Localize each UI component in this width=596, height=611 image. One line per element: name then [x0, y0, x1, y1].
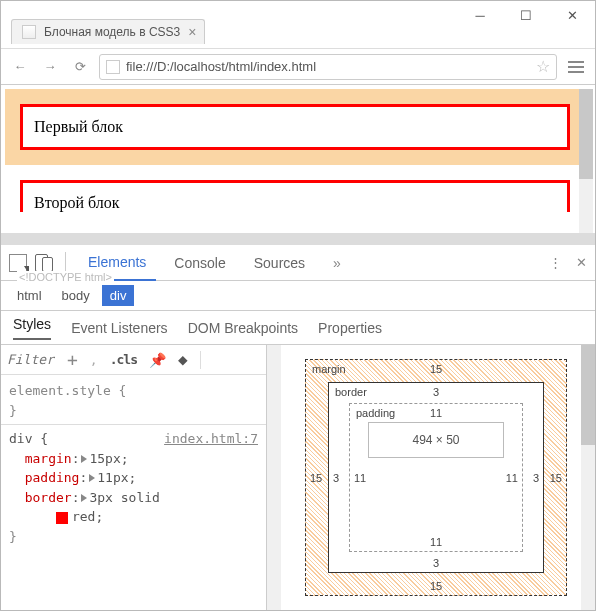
box-model-padding[interactable]: padding 11 11 11 11 494 × 50: [349, 403, 523, 552]
doctype-text: <!DOCTYPE html>: [17, 271, 114, 283]
tab-more-button[interactable]: »: [323, 245, 351, 281]
boxmodel-scrollbar[interactable]: [581, 345, 595, 610]
breadcrumb-div[interactable]: div: [102, 285, 135, 306]
expand-icon[interactable]: [89, 474, 95, 482]
styles-filter-bar: + , .cls 📌 ◆: [1, 345, 266, 375]
block-2[interactable]: Второй блок: [20, 180, 570, 212]
subtab-dom-breakpoints[interactable]: DOM Breakpoints: [188, 320, 298, 336]
window-titlebar: ─ ☐ ✕ Блочная модель в CSS3 ×: [1, 1, 595, 49]
color-swatch[interactable]: [56, 512, 68, 524]
prop-border[interactable]: border: [25, 490, 72, 505]
device-toggle-icon[interactable]: [35, 254, 53, 272]
minimize-button[interactable]: ─: [457, 1, 503, 29]
subtab-event-listeners[interactable]: Event Listeners: [71, 320, 168, 336]
add-rule-button[interactable]: +: [67, 349, 78, 370]
subtab-styles[interactable]: Styles: [13, 316, 51, 340]
maximize-button[interactable]: ☐: [503, 1, 549, 29]
forward-button[interactable]: →: [39, 56, 61, 78]
box-model-content[interactable]: 494 × 50: [368, 422, 504, 458]
pin-icon[interactable]: 📌: [149, 352, 166, 368]
breadcrumb-html[interactable]: html: [9, 285, 50, 306]
subtab-properties[interactable]: Properties: [318, 320, 382, 336]
bookmark-star-icon[interactable]: ☆: [536, 57, 550, 76]
styles-subtabs: Styles Event Listeners DOM Breakpoints P…: [1, 311, 595, 345]
file-icon: [106, 60, 120, 74]
styles-pane: + , .cls 📌 ◆ element.style { } div { ind…: [1, 345, 267, 610]
element-style-selector: element.style {: [9, 383, 126, 398]
box-model-margin[interactable]: margin 15 15 15 15 border 3 3 3 3 paddin…: [305, 359, 567, 596]
url-field[interactable]: file:///D:/localhost/html/index.html ☆: [99, 54, 557, 80]
rule-source-link[interactable]: index.html:7: [164, 429, 258, 449]
url-text: file:///D:/localhost/html/index.html: [126, 59, 530, 74]
menu-button[interactable]: [565, 61, 587, 73]
reload-button[interactable]: ⟳: [69, 56, 91, 78]
page-scrollbar-thumb[interactable]: [579, 89, 593, 179]
inspect-icon[interactable]: [9, 254, 27, 272]
expand-icon[interactable]: [81, 494, 87, 502]
close-window-button[interactable]: ✕: [549, 1, 595, 29]
devtools-close-button[interactable]: ✕: [576, 255, 587, 270]
address-bar: ← → ⟳ file:///D:/localhost/html/index.ht…: [1, 49, 595, 85]
prop-margin[interactable]: margin: [25, 451, 72, 466]
tab-close-button[interactable]: ×: [188, 27, 196, 37]
browser-tab[interactable]: Блочная модель в CSS3 ×: [11, 19, 205, 44]
css-rules[interactable]: element.style { } div { index.html:7 mar…: [1, 375, 266, 610]
tab-title: Блочная модель в CSS3: [44, 25, 180, 39]
cls-toggle[interactable]: .cls: [110, 352, 137, 367]
block-margin-highlight: Первый блок: [5, 89, 585, 165]
styles-scrollbar[interactable]: [267, 345, 281, 610]
page-viewport: Первый блок Второй блок: [1, 85, 595, 233]
breadcrumb-body[interactable]: body: [54, 285, 98, 306]
tab-console[interactable]: Console: [164, 245, 235, 281]
expand-icon[interactable]: [81, 455, 87, 463]
scrollbar-thumb[interactable]: [581, 345, 595, 445]
element-states-button[interactable]: ◆: [178, 350, 188, 369]
back-button[interactable]: ←: [9, 56, 31, 78]
rule-selector: div {: [9, 431, 48, 446]
styles-filter-input[interactable]: [7, 352, 55, 367]
devtools: Elements Console Sources » ⋮ ✕ <!DOCTYPE…: [1, 233, 595, 610]
prop-padding[interactable]: padding: [25, 470, 80, 485]
elements-breadcrumb: <!DOCTYPE html> html body div: [1, 281, 595, 311]
tab-sources[interactable]: Sources: [244, 245, 315, 281]
devtools-kebab-icon[interactable]: ⋮: [549, 255, 562, 270]
page-icon: [22, 25, 36, 39]
block-1[interactable]: Первый блок: [20, 104, 570, 150]
box-model-border[interactable]: border 3 3 3 3 padding 11 11 11 11 494 ×…: [328, 382, 544, 573]
box-model-pane: margin 15 15 15 15 border 3 3 3 3 paddin…: [281, 345, 581, 610]
